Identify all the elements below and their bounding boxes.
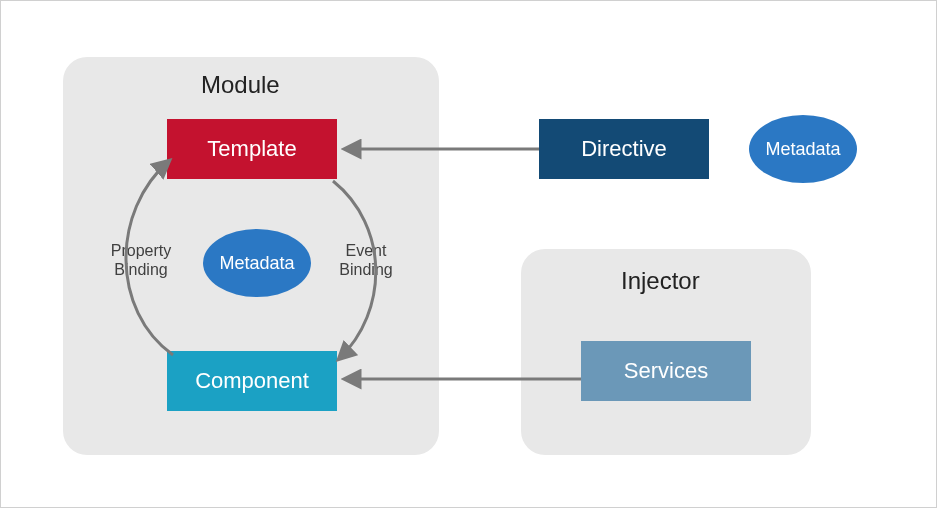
event-binding-label: Event Binding [331,241,401,279]
template-box: Template [167,119,337,179]
module-title: Module [201,71,280,99]
injector-title: Injector [621,267,700,295]
services-box: Services [581,341,751,401]
module-metadata-ellipse: Metadata [203,229,311,297]
diagram-frame: Module Template Component Metadata Prope… [0,0,937,508]
property-binding-label: Property Binding [101,241,181,279]
property-binding-text: Property Binding [111,242,171,278]
directive-box: Directive [539,119,709,179]
directive-metadata-ellipse: Metadata [749,115,857,183]
component-box: Component [167,351,337,411]
event-binding-text: Event Binding [339,242,392,278]
